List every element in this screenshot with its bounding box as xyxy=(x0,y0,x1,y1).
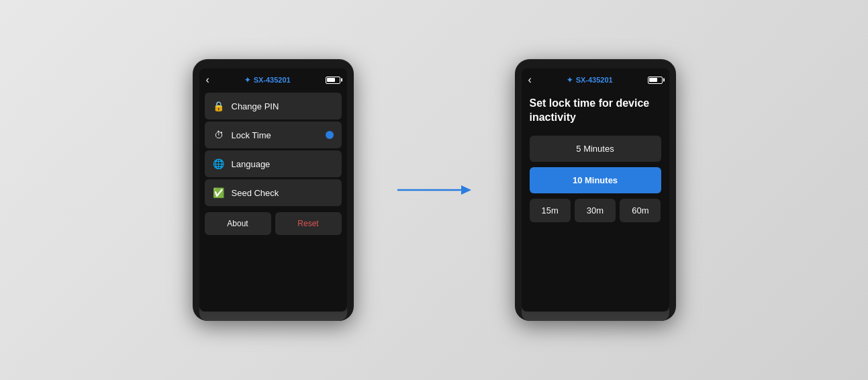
lock-time-content: Set lock time for device inactivity 5 Mi… xyxy=(522,90,669,229)
arrow-svg xyxy=(397,183,471,197)
time-row: 15m 30m 60m xyxy=(530,199,661,222)
battery-fill xyxy=(327,78,335,82)
right-screen: ‹ ✦ SX-435201 Set lock time for device i… xyxy=(522,68,669,312)
10min-option[interactable]: 10 Minutes xyxy=(530,167,661,193)
right-device-name-label: SX-435201 xyxy=(576,76,613,84)
15m-option[interactable]: 15m xyxy=(530,199,571,222)
left-menu-content: 🔒 Change PIN ⏱ Lock Time 🌐 Language ✅ Se… xyxy=(199,90,347,240)
lock-icon: 🔒 xyxy=(213,100,225,112)
left-device-name: ✦ SX-435201 xyxy=(244,76,291,85)
lock-time-dot xyxy=(326,131,334,139)
5min-option[interactable]: 5 Minutes xyxy=(530,136,661,162)
left-battery-icon xyxy=(326,77,340,84)
right-back-button[interactable]: ‹ xyxy=(528,74,532,86)
menu-item-lock-time[interactable]: ⏱ Lock Time xyxy=(205,122,342,148)
reset-button[interactable]: Reset xyxy=(275,212,342,235)
30m-option[interactable]: 30m xyxy=(575,199,616,222)
left-screen: ‹ ✦ SX-435201 🔒 Change PIN ⏱ Lock Time xyxy=(199,68,347,312)
left-status-bar: ‹ ✦ SX-435201 xyxy=(199,68,347,90)
left-device: ‹ ✦ SX-435201 🔒 Change PIN ⏱ Lock Time xyxy=(193,59,354,321)
left-device-name-label: SX-435201 xyxy=(254,76,291,84)
bluetooth-icon: ✦ xyxy=(244,76,250,85)
lock-time-label: Lock Time xyxy=(232,130,271,140)
battery-fill-right xyxy=(649,78,657,82)
menu-item-change-pin[interactable]: 🔒 Change PIN xyxy=(205,93,342,120)
battery-body xyxy=(326,77,340,84)
right-status-bar: ‹ ✦ SX-435201 xyxy=(522,68,669,90)
60m-option[interactable]: 60m xyxy=(620,199,661,222)
menu-item-seed-check[interactable]: ✅ Seed Check xyxy=(205,179,342,206)
battery-body-right xyxy=(648,77,663,84)
language-label: Language xyxy=(232,159,271,169)
about-button[interactable]: About xyxy=(205,212,271,235)
right-battery-icon xyxy=(648,77,663,84)
right-device: ‹ ✦ SX-435201 Set lock time for device i… xyxy=(515,59,676,321)
clock-icon: ⏱ xyxy=(213,129,225,141)
change-pin-label: Change PIN xyxy=(232,101,279,111)
checkmark-icon: ✅ xyxy=(213,187,225,199)
bluetooth-icon-right: ✦ xyxy=(567,76,573,85)
svg-marker-1 xyxy=(461,185,471,195)
lock-time-title: Set lock time for device inactivity xyxy=(530,97,661,125)
right-device-name: ✦ SX-435201 xyxy=(567,76,613,85)
menu-item-language[interactable]: 🌐 Language xyxy=(205,150,342,177)
seed-check-label: Seed Check xyxy=(232,188,279,198)
left-back-button[interactable]: ‹ xyxy=(206,74,209,86)
menu-bottom-buttons: About Reset xyxy=(205,212,342,235)
globe-icon: 🌐 xyxy=(213,158,225,170)
navigation-arrow xyxy=(394,177,475,203)
